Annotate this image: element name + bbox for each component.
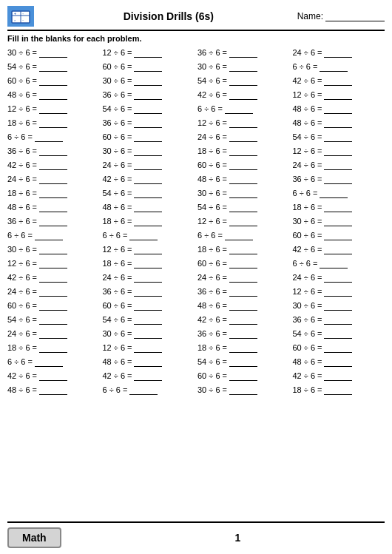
answer-blank[interactable]	[324, 328, 352, 339]
answer-blank[interactable]	[229, 272, 257, 283]
answer-blank[interactable]	[134, 216, 162, 226]
answer-blank[interactable]	[39, 371, 67, 381]
answer-blank[interactable]	[320, 188, 348, 198]
answer-blank[interactable]	[225, 104, 253, 114]
answer-blank[interactable]	[134, 357, 162, 367]
answer-blank[interactable]	[39, 202, 67, 212]
answer-blank[interactable]	[229, 385, 257, 395]
answer-blank[interactable]	[134, 342, 162, 353]
answer-blank[interactable]	[324, 47, 352, 58]
answer-blank[interactable]	[229, 286, 257, 297]
answer-blank[interactable]	[324, 371, 352, 381]
answer-blank[interactable]	[35, 132, 63, 142]
answer-blank[interactable]	[134, 314, 162, 325]
answer-blank[interactable]	[324, 272, 352, 283]
answer-blank[interactable]	[39, 328, 67, 339]
answer-blank[interactable]	[134, 75, 162, 86]
answer-blank[interactable]	[324, 286, 352, 297]
answer-blank[interactable]	[39, 385, 67, 395]
answer-blank[interactable]	[134, 104, 162, 114]
answer-blank[interactable]	[134, 61, 162, 72]
answer-blank[interactable]	[320, 61, 348, 72]
answer-blank[interactable]	[324, 244, 352, 254]
answer-blank[interactable]	[134, 371, 162, 381]
answer-blank[interactable]	[134, 286, 162, 297]
answer-blank[interactable]	[229, 357, 257, 367]
answer-blank[interactable]	[324, 160, 352, 170]
answer-blank[interactable]	[229, 258, 257, 268]
answer-blank[interactable]	[229, 146, 257, 156]
answer-blank[interactable]	[229, 314, 257, 325]
answer-blank[interactable]	[134, 188, 162, 198]
answer-blank[interactable]	[134, 132, 162, 142]
answer-blank[interactable]	[324, 230, 352, 240]
answer-blank[interactable]	[39, 216, 67, 226]
answer-blank[interactable]	[134, 118, 162, 128]
answer-blank[interactable]	[35, 230, 63, 240]
answer-blank[interactable]	[324, 216, 352, 226]
answer-blank[interactable]	[129, 230, 158, 240]
answer-blank[interactable]	[324, 202, 352, 212]
answer-blank[interactable]	[229, 89, 257, 100]
answer-blank[interactable]	[229, 202, 257, 212]
answer-blank[interactable]	[35, 357, 63, 367]
answer-blank[interactable]	[229, 328, 257, 339]
answer-blank[interactable]	[324, 300, 352, 311]
answer-blank[interactable]	[134, 244, 162, 254]
answer-blank[interactable]	[229, 75, 257, 86]
answer-blank[interactable]	[39, 61, 67, 72]
answer-blank[interactable]	[39, 160, 67, 170]
answer-blank[interactable]	[324, 314, 352, 325]
answer-blank[interactable]	[39, 118, 67, 128]
answer-blank[interactable]	[229, 132, 257, 142]
answer-blank[interactable]	[134, 160, 162, 170]
answer-blank[interactable]	[229, 188, 257, 198]
answer-blank[interactable]	[134, 202, 162, 212]
answer-blank[interactable]	[229, 216, 257, 226]
answer-blank[interactable]	[134, 258, 162, 268]
answer-blank[interactable]	[229, 61, 257, 72]
answer-blank[interactable]	[39, 104, 67, 114]
answer-blank[interactable]	[134, 89, 162, 100]
answer-blank[interactable]	[129, 385, 158, 395]
answer-blank[interactable]	[324, 75, 352, 86]
answer-blank[interactable]	[39, 272, 67, 283]
answer-blank[interactable]	[39, 300, 67, 311]
answer-blank[interactable]	[324, 342, 352, 353]
answer-blank[interactable]	[324, 104, 352, 114]
answer-blank[interactable]	[229, 160, 257, 170]
answer-blank[interactable]	[324, 174, 352, 184]
answer-blank[interactable]	[320, 258, 348, 268]
answer-blank[interactable]	[229, 174, 257, 184]
answer-blank[interactable]	[324, 385, 352, 395]
answer-blank[interactable]	[39, 286, 67, 297]
answer-blank[interactable]	[324, 132, 352, 142]
answer-blank[interactable]	[134, 174, 162, 184]
answer-blank[interactable]	[39, 75, 67, 86]
answer-blank[interactable]	[39, 146, 67, 156]
answer-blank[interactable]	[229, 244, 257, 254]
answer-blank[interactable]	[134, 47, 162, 58]
answer-blank[interactable]	[225, 230, 253, 240]
answer-blank[interactable]	[39, 89, 67, 100]
answer-blank[interactable]	[229, 118, 257, 128]
answer-blank[interactable]	[134, 272, 162, 283]
answer-blank[interactable]	[324, 89, 352, 100]
answer-blank[interactable]	[39, 174, 67, 184]
answer-blank[interactable]	[39, 244, 67, 254]
answer-blank[interactable]	[134, 146, 162, 156]
answer-blank[interactable]	[39, 258, 67, 268]
answer-blank[interactable]	[229, 47, 257, 58]
answer-blank[interactable]	[39, 314, 67, 325]
name-field[interactable]	[325, 11, 385, 21]
answer-blank[interactable]	[39, 47, 67, 58]
answer-blank[interactable]	[134, 328, 162, 339]
answer-blank[interactable]	[229, 342, 257, 353]
answer-blank[interactable]	[324, 357, 352, 367]
answer-blank[interactable]	[39, 188, 67, 198]
answer-blank[interactable]	[229, 371, 257, 381]
answer-blank[interactable]	[134, 300, 162, 311]
answer-blank[interactable]	[324, 118, 352, 128]
answer-blank[interactable]	[324, 146, 352, 156]
answer-blank[interactable]	[39, 342, 67, 353]
